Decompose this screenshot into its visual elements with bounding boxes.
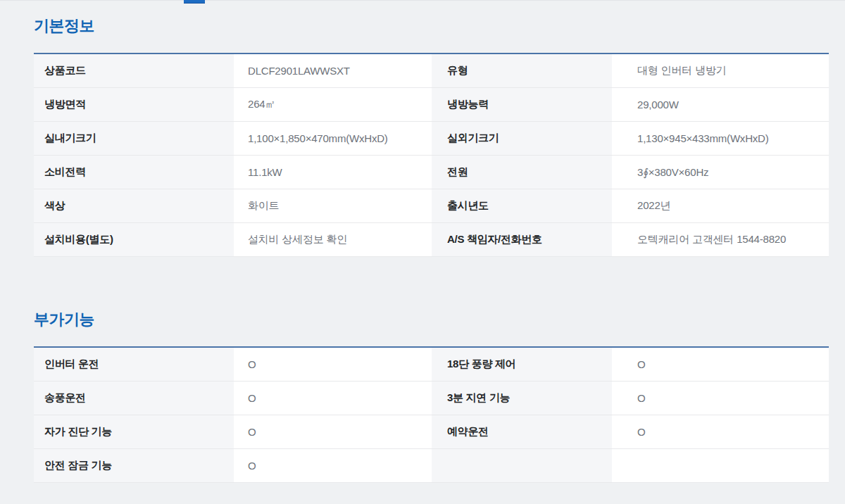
spec-label: 실내기크기: [34, 122, 234, 155]
spec-label: 18단 풍량 제어: [432, 348, 612, 381]
table-row: 설치비용(별도)설치비 상세정보 확인A/S 책임자/전화번호오텍캐리어 고객센…: [34, 223, 829, 257]
table-row: 실내기크기1,100×1,850×470mm(WxHxD)실외기크기1,130×…: [34, 122, 829, 156]
spec-value: O: [612, 415, 829, 448]
basic-info-table: 상품코드DLCF2901LAWWSXT유형대형 인버터 냉방기냉방면적264㎡냉…: [34, 53, 829, 257]
spec-label: [432, 449, 612, 482]
spec-label: A/S 책임자/전화번호: [432, 223, 612, 256]
spec-label: 출시년도: [432, 189, 612, 222]
table-row: 냉방면적264㎡냉방능력29,000W: [34, 88, 829, 122]
spec-label: 3분 지연 기능: [432, 382, 612, 415]
table-row: 송풍운전O3분 지연 기능O: [34, 382, 829, 415]
spec-value: 오텍캐리어 고객센터 1544-8820: [612, 223, 829, 256]
extra-features-title: 부가기능: [34, 312, 829, 327]
table-row: 안전 잠금 기능O: [34, 449, 829, 483]
product-spec-content: 기본정보 상품코드DLCF2901LAWWSXT유형대형 인버터 냉방기냉방면적…: [34, 0, 829, 483]
section-basic-info: 기본정보 상품코드DLCF2901LAWWSXT유형대형 인버터 냉방기냉방면적…: [34, 18, 829, 257]
spec-value: O: [234, 449, 432, 482]
spec-value: 3∮×380V×60Hz: [612, 156, 829, 189]
spec-label: 색상: [34, 189, 234, 222]
spec-label: 안전 잠금 기능: [34, 449, 234, 482]
spec-label: 전원: [432, 156, 612, 189]
spec-label: 자가 진단 기능: [34, 415, 234, 448]
spec-value: 1,100×1,850×470mm(WxHxD): [234, 122, 432, 155]
spec-value: 설치비 상세정보 확인: [234, 223, 432, 256]
spec-value: 화이트: [234, 189, 432, 222]
spec-label: 실외기크기: [432, 122, 612, 155]
spec-label: 송풍운전: [34, 382, 234, 415]
spec-label: 냉방면적: [34, 88, 234, 121]
spec-value: O: [234, 415, 432, 448]
table-row: 색상화이트출시년도2022년: [34, 189, 829, 223]
spec-value: [612, 449, 829, 482]
spec-label: 예약운전: [432, 415, 612, 448]
table-row: 소비전력11.1kW전원3∮×380V×60Hz: [34, 156, 829, 189]
spec-value: O: [234, 382, 432, 415]
table-row: 상품코드DLCF2901LAWWSXT유형대형 인버터 냉방기: [34, 54, 829, 88]
spec-label: 냉방능력: [432, 88, 612, 121]
spec-label: 소비전력: [34, 156, 234, 189]
spec-value: 대형 인버터 냉방기: [612, 54, 829, 87]
spec-value: 264㎡: [234, 88, 432, 121]
spec-label: 인버터 운전: [34, 348, 234, 381]
extra-features-table: 인버터 운전O18단 풍량 제어O송풍운전O3분 지연 기능O자가 진단 기능O…: [34, 346, 829, 483]
table-row: 자가 진단 기능O예약운전O: [34, 415, 829, 449]
spec-value: 1,130×945×433mm(WxHxD): [612, 122, 829, 155]
spec-value: 11.1kW: [234, 156, 432, 189]
spec-value: O: [612, 382, 829, 415]
spec-label: 설치비용(별도): [34, 223, 234, 256]
spec-label: 유형: [432, 54, 612, 87]
spec-value: O: [612, 348, 829, 381]
spec-value: DLCF2901LAWWSXT: [234, 54, 432, 87]
table-row: 인버터 운전O18단 풍량 제어O: [34, 348, 829, 382]
spec-value: 29,000W: [612, 88, 829, 121]
spec-label: 상품코드: [34, 54, 234, 87]
spec-value: 2022년: [612, 189, 829, 222]
section-extra-features: 부가기능 인버터 운전O18단 풍량 제어O송풍운전O3분 지연 기능O자가 진…: [34, 312, 829, 483]
basic-info-title: 기본정보: [34, 18, 829, 34]
spec-value: O: [234, 348, 432, 381]
